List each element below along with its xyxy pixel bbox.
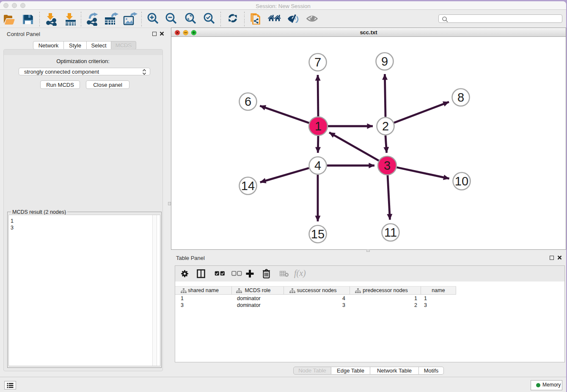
svg-text:6: 6 (245, 95, 251, 108)
svg-text:8: 8 (457, 91, 464, 104)
svg-text:11: 11 (384, 226, 397, 239)
svg-text:10: 10 (455, 174, 468, 188)
svg-text:4: 4 (314, 159, 321, 172)
svg-text:9: 9 (381, 55, 388, 68)
svg-text:7: 7 (314, 55, 321, 69)
svg-text:2: 2 (382, 119, 389, 133)
svg-text:1: 1 (315, 119, 322, 133)
svg-text:14: 14 (241, 179, 255, 193)
svg-text:3: 3 (384, 159, 391, 172)
svg-text:15: 15 (311, 227, 325, 241)
